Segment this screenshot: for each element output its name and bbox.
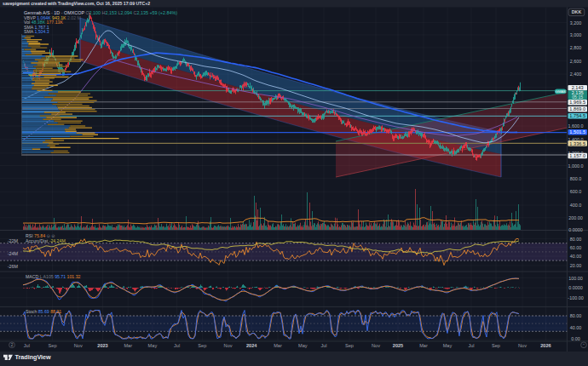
- svg-text:80.00: 80.00: [570, 237, 582, 242]
- svg-text:1,000.0: 1,000.0: [568, 163, 584, 169]
- svg-text:Nov: Nov: [224, 343, 233, 348]
- svg-text:200.00: 200.00: [568, 215, 583, 220]
- svg-text:2025: 2025: [393, 343, 403, 348]
- svg-text:2026: 2026: [540, 343, 551, 348]
- svg-text:Nov: Nov: [372, 343, 380, 348]
- svg-text:2,800: 2,800: [570, 45, 582, 50]
- svg-text:Jul: Jul: [24, 343, 30, 348]
- svg-text:Mar: Mar: [124, 343, 132, 348]
- svg-text:1,869.0: 1,869.0: [569, 106, 585, 112]
- svg-text:2: 2: [11, 343, 14, 347]
- svg-text:1,501.5: 1,501.5: [569, 129, 585, 134]
- svg-text:2,600: 2,600: [570, 59, 582, 64]
- svg-text:May: May: [148, 343, 158, 348]
- svg-text:Jul: Jul: [468, 343, 474, 348]
- svg-text:Accum/Dist -24.24M: Accum/Dist -24.24M: [26, 238, 66, 243]
- svg-text:40.00: 40.00: [570, 254, 582, 259]
- svg-text:1,336.5: 1,336.5: [569, 141, 585, 146]
- svg-text:80.00: 80.00: [570, 313, 582, 318]
- svg-text:Mar: Mar: [419, 343, 428, 348]
- svg-text:Sep: Sep: [492, 343, 500, 348]
- svg-text:-24M: -24M: [8, 251, 19, 256]
- svg-text:20.00: 20.00: [570, 263, 582, 268]
- svg-text:800.0: 800.0: [570, 176, 582, 181]
- svg-text:Jul: Jul: [320, 343, 326, 348]
- svg-text:2,400: 2,400: [570, 71, 582, 77]
- svg-text:SMA 1,504.3: SMA 1,504.3: [24, 29, 49, 34]
- svg-text:2023: 2023: [97, 343, 107, 348]
- svg-text:60.00: 60.00: [570, 245, 582, 250]
- svg-text:Nov: Nov: [518, 343, 527, 348]
- svg-text:-100.00: -100.00: [568, 295, 583, 300]
- svg-text:Sep: Sep: [345, 343, 354, 348]
- svg-text:05:15: 05:15: [572, 94, 583, 100]
- svg-text:1,969.5: 1,969.5: [569, 100, 585, 105]
- svg-text:40.00: 40.00: [570, 325, 582, 330]
- svg-text:2024: 2024: [246, 343, 257, 348]
- svg-text:May: May: [443, 343, 453, 348]
- svg-text:MACD L A105 95.71 101.32: MACD L A105 95.71 101.32: [26, 274, 81, 279]
- svg-text:May: May: [298, 343, 308, 348]
- svg-text:3,000: 3,000: [570, 32, 582, 37]
- svg-text:GMAB: GMAB: [556, 89, 566, 94]
- svg-text:Sep: Sep: [49, 343, 57, 348]
- svg-text:3,200: 3,200: [570, 20, 582, 26]
- svg-text:Jul: Jul: [174, 343, 180, 348]
- svg-text:Sep: Sep: [198, 343, 206, 348]
- svg-text:0.0000: 0.0000: [568, 285, 583, 290]
- svg-text:savepigment created with Tradi: savepigment created with TradingView.com…: [3, 1, 150, 6]
- svg-text:1,600.0: 1,600.0: [568, 123, 584, 129]
- svg-text:0.0000: 0.0000: [568, 227, 583, 232]
- svg-text:600.0: 600.0: [570, 189, 582, 194]
- svg-text:400.0: 400.0: [570, 203, 582, 208]
- svg-text:Stoch 85.69 88.21: Stoch 85.69 88.21: [26, 309, 61, 314]
- svg-text:Nov: Nov: [74, 343, 83, 348]
- svg-text:1,754.5: 1,754.5: [569, 113, 585, 118]
- svg-text:0.00: 0.00: [571, 336, 580, 341]
- svg-text:1,157.0: 1,157.0: [569, 153, 585, 158]
- svg-text:-26M: -26M: [8, 264, 19, 269]
- svg-text:DKK: DKK: [572, 9, 582, 14]
- svg-text:Mar: Mar: [274, 343, 282, 348]
- svg-text:TradingView: TradingView: [15, 353, 52, 361]
- svg-text:RSI 75.84 ⊙ ⊘: RSI 75.84 ⊙ ⊘: [26, 233, 55, 238]
- svg-text:-22M: -22M: [8, 238, 19, 243]
- svg-text:100.00: 100.00: [568, 276, 583, 281]
